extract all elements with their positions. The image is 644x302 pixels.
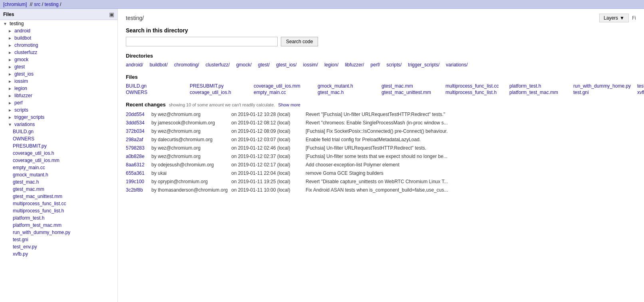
file-link-test-env-py[interactable]: test_env.py — [637, 83, 644, 89]
sidebar-collapse-icon[interactable]: ▣ — [109, 11, 114, 18]
file-link-platform-test-h[interactable]: platform_test.h — [509, 83, 573, 89]
directory-item-perf[interactable]: perf/ — [370, 62, 380, 68]
content-area: testing/ Layers ▼ Fi Search in this dire… — [118, 9, 644, 302]
directory-item-libfuzzer[interactable]: libfuzzer/ — [345, 62, 364, 68]
sidebar-item-buildbot[interactable]: ► buildbot — [0, 34, 117, 42]
sidebar-file-multiprocess-cc[interactable]: multiprocess_func_list.cc — [0, 200, 117, 207]
directories-list: android/buildbot/chromoting/clusterfuzz/… — [126, 62, 636, 68]
change-hash-655a361[interactable]: 655a361 — [126, 170, 150, 177]
change-hash-5798283[interactable]: 5798283 — [126, 144, 150, 152]
file-link-run-with-dummy-home-py[interactable]: run_with_dummy_home.py — [573, 83, 637, 89]
sidebar-item-iossim[interactable]: ► iossim — [0, 78, 117, 85]
sidebar-item-variations[interactable]: ▼ variations — [0, 121, 117, 128]
change-hash-3c2bf8b[interactable]: 3c2bf8b — [126, 186, 150, 194]
sidebar-file-build-gn[interactable]: BUILD.gn — [0, 128, 117, 135]
change-date: on 2019-01-11 22:04 (local) — [230, 170, 306, 177]
file-link-multiprocess-func-list-h[interactable]: multiprocess_func_list.h — [445, 90, 509, 95]
file-link-OWNERS[interactable]: OWNERS — [126, 90, 190, 95]
sidebar-item-perf[interactable]: ► perf — [0, 99, 117, 106]
file-link-gtest-mac-mm[interactable]: gtest_mac.mm — [382, 83, 445, 89]
file-link-empty-main-cc[interactable]: empty_main.cc — [254, 90, 318, 95]
sidebar-item-gmock[interactable]: ► gmock — [0, 56, 117, 63]
expander-buildbot: ► — [8, 36, 13, 40]
file-link-gmock-mutant-h[interactable]: gmock_mutant.h — [318, 83, 382, 89]
change-message: [Fuchsia] Fix SocketPosix::IsConnected()… — [306, 128, 448, 135]
sidebar-file-run-with-dummy[interactable]: run_with_dummy_home.py — [0, 229, 117, 236]
change-hash-8aa6312[interactable]: 8aa6312 — [126, 161, 150, 168]
sidebar-item-scripts[interactable]: ► scripts — [0, 106, 117, 114]
change-hash-a0b828e[interactable]: a0b828e — [126, 153, 150, 160]
sidebar-item-gmock-label: gmock — [14, 57, 28, 62]
sidebar-file-gmock-mutant[interactable]: gmock_mutant.h — [0, 171, 117, 178]
change-author: by wez@chromium.org — [150, 153, 230, 160]
file-link-multiprocess-func-list-cc[interactable]: multiprocess_func_list.cc — [445, 83, 509, 89]
sidebar-file-test-env[interactable]: test_env.py — [0, 243, 117, 250]
change-author: by dalecurtis@chromium.org — [150, 136, 230, 143]
directory-item-gmock[interactable]: gmock/ — [236, 62, 252, 68]
sidebar-item-android[interactable]: ► android — [0, 27, 117, 34]
directory-item-trigger_scripts[interactable]: trigger_scripts/ — [408, 62, 439, 68]
change-hash-3ddd534[interactable]: 3ddd534 — [126, 119, 150, 126]
directory-item-gtest_ios[interactable]: gtest_ios/ — [276, 62, 296, 68]
sidebar-file-test-gni[interactable]: test.gni — [0, 236, 117, 243]
sidebar-item-chromoting[interactable]: ► chromoting — [0, 42, 117, 49]
sidebar-item-variations-label: variations — [14, 122, 35, 127]
sidebar-item-testing[interactable]: ▼ testing — [0, 20, 117, 27]
file-link-coverage-util-ios-mm[interactable]: coverage_util_ios.mm — [254, 83, 318, 89]
directory-item-clusterfuzz[interactable]: clusterfuzz/ — [205, 62, 230, 68]
sidebar-file-multiprocess-h[interactable]: multiprocess_func_list.h — [0, 207, 117, 214]
search-row: Search code — [126, 37, 636, 46]
directory-item-chromoting[interactable]: chromoting/ — [174, 62, 199, 68]
directory-item-variations[interactable]: variations/ — [446, 62, 468, 68]
directory-item-android[interactable]: android/ — [126, 62, 143, 68]
directories-section: Directories android/buildbot/chromoting/… — [126, 53, 636, 68]
sidebar-item-gtest[interactable]: ► gtest — [0, 63, 117, 70]
breadcrumb-testing[interactable]: testing — [44, 2, 58, 7]
sidebar-file-gtest-mac-h[interactable]: gtest_mac.h — [0, 178, 117, 186]
change-hash-199c100[interactable]: 199c100 — [126, 178, 150, 185]
sidebar-file-coverage-ios-mm[interactable]: coverage_util_ios.mm — [0, 157, 117, 164]
show-more-link[interactable]: Show more — [278, 102, 300, 107]
change-hash-298a2af[interactable]: 298a2af — [126, 136, 150, 143]
file-link-xvfb-py[interactable]: xvfb.py — [637, 90, 644, 95]
sidebar-item-legion[interactable]: ► legion — [0, 85, 117, 92]
directory-item-iossim[interactable]: iossim/ — [303, 62, 318, 68]
sidebar-item-clusterfuzz[interactable]: ► clusterfuzz — [0, 49, 117, 56]
file-link-gtest-mac-h[interactable]: gtest_mac.h — [318, 90, 382, 95]
sidebar-item-libfuzzer[interactable]: ► libfuzzer — [0, 92, 117, 99]
search-code-button[interactable]: Search code — [281, 37, 318, 46]
content-header: testing/ Layers ▼ Fi — [126, 14, 636, 22]
file-link-PRESUBMIT-py[interactable]: PRESUBMIT.py — [190, 83, 254, 89]
change-date: on 2019-01-12 02:37 (local) — [230, 153, 306, 160]
sidebar-file-owners[interactable]: OWNERS — [0, 135, 117, 142]
sidebar-file-platform-test-h[interactable]: platform_test.h — [0, 214, 117, 222]
sidebar-item-trigger-scripts[interactable]: ► trigger_scripts — [0, 114, 117, 121]
search-input[interactable] — [126, 37, 278, 46]
sidebar-file-presubmit[interactable]: PRESUBMIT.py — [0, 142, 117, 150]
layers-button[interactable]: Layers ▼ — [599, 14, 629, 22]
expander-testing: ▼ — [3, 22, 8, 26]
change-hash-372b034[interactable]: 372b034 — [126, 128, 150, 135]
file-link-platform-test-mac-mm[interactable]: platform_test_mac.mm — [509, 90, 573, 95]
breadcrumb-chromium[interactable]: [chromium] — [3, 2, 27, 7]
file-link-gtest-mac-unittest-mm[interactable]: gtest_mac_unittest.mm — [382, 90, 445, 95]
sidebar-item-android-label: android — [14, 28, 30, 34]
breadcrumb-src[interactable]: src — [34, 2, 40, 7]
change-hash-20dd554[interactable]: 20dd554 — [126, 111, 150, 118]
directory-item-legion[interactable]: legion/ — [324, 62, 338, 68]
sidebar-file-xvfb[interactable]: xvfb.py — [0, 250, 117, 258]
sidebar-file-gtest-mac-mm[interactable]: gtest_mac.mm — [0, 186, 117, 193]
sidebar-item-gtest-ios[interactable]: ► gtest_ios — [0, 70, 117, 78]
file-link-BUILD-gn[interactable]: BUILD.gn — [126, 83, 190, 89]
sidebar-file-gtest-mac-unittest[interactable]: gtest_mac_unittest.mm — [0, 193, 117, 200]
file-link-test-gni[interactable]: test.gni — [573, 90, 637, 95]
expander-android: ► — [8, 29, 13, 33]
directory-item-buildbot[interactable]: buildbot/ — [149, 62, 167, 68]
sidebar-file-empty-main[interactable]: empty_main.cc — [0, 164, 117, 171]
sidebar-file-platform-test-mac[interactable]: platform_test_mac.mm — [0, 222, 117, 229]
directory-item-gtest[interactable]: gtest/ — [258, 62, 270, 68]
directory-item-scripts[interactable]: scripts/ — [386, 62, 402, 68]
file-link-coverage-util-ios-h[interactable]: coverage_util_ios.h — [190, 90, 254, 95]
sidebar-file-coverage-ios-h[interactable]: coverage_util_ios.h — [0, 150, 117, 157]
change-date: on 2019-01-12 02:17 (local) — [230, 161, 306, 168]
